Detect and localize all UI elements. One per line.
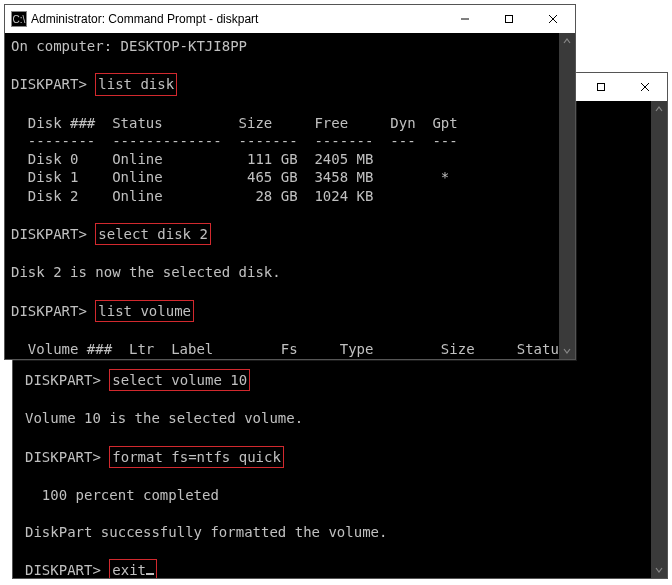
scroll-down-button[interactable] bbox=[651, 562, 667, 578]
close-icon bbox=[548, 14, 558, 24]
svg-rect-5 bbox=[506, 16, 513, 23]
disk-row: Disk 0 Online 111 GB 2405 MB bbox=[11, 151, 373, 167]
titlebar-front[interactable]: C:\ Administrator: Command Prompt - disk… bbox=[5, 5, 575, 33]
disk-row: Disk 2 Online 28 GB 1024 KB bbox=[11, 188, 373, 204]
minimize-icon bbox=[460, 14, 470, 24]
prompt-label: DISKPART> bbox=[25, 562, 101, 578]
volume-table-header: Volume ### Ltr Label Fs Type Size Status… bbox=[11, 341, 575, 357]
cmd-exit: exit bbox=[109, 559, 157, 578]
minimize-button[interactable] bbox=[443, 5, 487, 33]
prompt-label: DISKPART> bbox=[11, 303, 87, 319]
cmd-format: format fs=ntfs quick bbox=[109, 446, 284, 468]
scrollbar[interactable] bbox=[651, 101, 667, 578]
out-selected-disk: Disk 2 is now the selected disk. bbox=[11, 264, 281, 280]
out-computer: On computer: DESKTOP-KTJI8PP bbox=[11, 38, 247, 54]
close-button[interactable] bbox=[623, 73, 667, 101]
scroll-up-button[interactable] bbox=[559, 33, 575, 49]
title-text-front: Administrator: Command Prompt - diskpart bbox=[31, 12, 443, 26]
chevron-up-icon bbox=[654, 104, 664, 114]
cmd-select-disk: select disk 2 bbox=[95, 223, 211, 245]
terminal-output-front: On computer: DESKTOP-KTJI8PP DISKPART> l… bbox=[5, 33, 575, 359]
cmd-window-front: C:\ Administrator: Command Prompt - disk… bbox=[4, 4, 576, 360]
prompt-label: DISKPART> bbox=[11, 76, 87, 92]
maximize-icon bbox=[504, 14, 514, 24]
window-controls-front bbox=[443, 5, 575, 33]
prompt-label: DISKPART> bbox=[11, 226, 87, 242]
maximize-button[interactable] bbox=[487, 5, 531, 33]
cmd-select-volume: select volume 10 bbox=[109, 369, 250, 391]
cursor-icon bbox=[146, 573, 154, 575]
chevron-down-icon bbox=[562, 346, 572, 356]
disk-row: Disk 1 Online 465 GB 3458 MB * bbox=[11, 169, 449, 185]
scroll-up-button[interactable] bbox=[651, 101, 667, 117]
disk-table-header: Disk ### Status Size Free Dyn Gpt bbox=[11, 115, 458, 131]
disk-table-divider: -------- ------------- ------- ------- -… bbox=[11, 133, 458, 149]
svg-rect-1 bbox=[598, 84, 605, 91]
out-selected-volume: Volume 10 is the selected volume. bbox=[25, 410, 303, 426]
out-percent: 100 percent completed bbox=[25, 487, 219, 503]
scroll-down-button[interactable] bbox=[559, 343, 575, 359]
cmd-list-volume: list volume bbox=[95, 300, 194, 322]
chevron-down-icon bbox=[654, 565, 664, 575]
close-button[interactable] bbox=[531, 5, 575, 33]
cmd-icon: C:\ bbox=[11, 11, 27, 27]
prompt-label: DISKPART> bbox=[25, 449, 101, 465]
scrollbar[interactable] bbox=[559, 33, 575, 359]
prompt-label: DISKPART> bbox=[25, 372, 101, 388]
maximize-icon bbox=[596, 82, 606, 92]
maximize-button[interactable] bbox=[579, 73, 623, 101]
close-icon bbox=[640, 82, 650, 92]
chevron-up-icon bbox=[562, 36, 572, 46]
out-success: DiskPart successfully formatted the volu… bbox=[25, 524, 387, 540]
cmd-list-disk: list disk bbox=[95, 73, 177, 95]
